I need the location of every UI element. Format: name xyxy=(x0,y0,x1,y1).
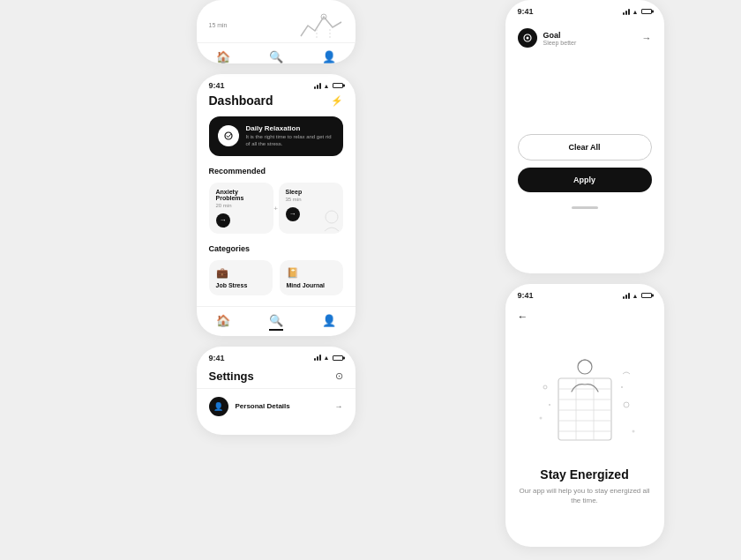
svg-point-4 xyxy=(326,211,338,223)
nav-profile-icon[interactable]: 👤 xyxy=(322,50,336,63)
energized-status-time: 9:41 xyxy=(518,291,534,300)
goal-actions: Clear All Apply xyxy=(505,125,664,201)
goal-arrow-icon: → xyxy=(642,33,652,43)
settings-title: Settings xyxy=(209,370,254,383)
svg-point-17 xyxy=(624,402,629,407)
rec-card-sleep[interactable]: Sleep 35 min → xyxy=(279,183,343,234)
mind-journal-label: Mind Journal xyxy=(287,282,326,288)
energized-illustration xyxy=(505,330,664,462)
status-bar-dashboard: 9:41 ▲ xyxy=(197,74,356,93)
plus-divider: + xyxy=(273,204,278,212)
nav-home-icon[interactable]: 🏠 xyxy=(216,50,230,63)
rec-anxiety-duration: 20 min xyxy=(216,203,266,208)
goal-title-row: Goal Sleep better → xyxy=(518,28,652,48)
rec-anxiety-title: Anxiety Problems xyxy=(216,189,266,201)
goal-header: Goal Sleep better → xyxy=(505,19,664,55)
mind-journal-icon: 📔 xyxy=(287,267,299,279)
personal-details-arrow: → xyxy=(335,402,343,411)
signal-icon xyxy=(314,83,321,89)
goal-text: Goal Sleep better xyxy=(543,31,577,46)
cat-job-stress[interactable]: 💼 Job Stress xyxy=(209,260,273,295)
goal-subtitle: Sleep better xyxy=(543,40,577,46)
job-stress-icon: 💼 xyxy=(216,267,228,279)
phone-goal: 9:41 ▲ xyxy=(505,0,664,273)
clear-all-button[interactable]: Clear All xyxy=(518,134,652,161)
nav-home[interactable]: 🏠 xyxy=(216,314,230,331)
nav-search[interactable]: 🔍 xyxy=(269,314,283,331)
svg-rect-7 xyxy=(558,378,611,440)
dashboard-title-row: Dashboard ⚡ xyxy=(209,93,343,108)
daily-icon xyxy=(218,125,239,146)
goal-status-time: 9:41 xyxy=(518,7,534,16)
apply-button[interactable]: Apply xyxy=(518,168,652,192)
svg-point-20 xyxy=(549,404,550,406)
energized-body: Stay Energized Our app will help you to … xyxy=(505,462,664,516)
bottom-indicator xyxy=(572,206,598,209)
status-bar-goal: 9:41 ▲ xyxy=(505,0,664,19)
categories-row: 💼 Job Stress 📔 Mind Journal xyxy=(209,260,343,295)
energized-wifi-icon: ▲ xyxy=(632,293,639,299)
status-time: 9:41 xyxy=(209,81,225,90)
goal-status-icons: ▲ xyxy=(623,9,652,15)
goal-battery-icon xyxy=(641,9,652,14)
energized-status-icons: ▲ xyxy=(623,293,652,299)
svg-point-18 xyxy=(539,417,542,420)
svg-point-19 xyxy=(632,430,634,433)
svg-point-21 xyxy=(621,386,623,388)
phone-energized: 9:41 ▲ ← xyxy=(505,284,664,547)
partial-time: 15 min xyxy=(209,22,228,28)
settings-wifi-icon: ▲ xyxy=(324,355,330,361)
status-icons: ▲ xyxy=(314,83,343,89)
phone-partial-top: 15 min 🏠 🔍 👤 xyxy=(197,0,356,63)
daily-text: Daily Relaxation It is the right time to… xyxy=(246,124,334,148)
settings-battery-icon xyxy=(333,355,343,361)
battery-icon xyxy=(333,83,343,88)
job-stress-label: Job Stress xyxy=(216,282,248,288)
bottom-nav-dashboard: 🏠 🔍 👤 xyxy=(197,306,356,336)
recommended-label: Recommended xyxy=(209,167,343,175)
status-bar-energized: 9:41 ▲ xyxy=(505,284,664,303)
nav-profile[interactable]: 👤 xyxy=(322,314,336,331)
partial-illustration xyxy=(299,7,343,42)
phone-settings: 9:41 ▲ Settings ⊙ 👤 P xyxy=(197,347,356,435)
settings-header: Settings ⊙ xyxy=(197,366,356,388)
personal-details-row[interactable]: 👤 Personal Details → xyxy=(197,388,356,424)
rec-sleep-btn[interactable]: → xyxy=(286,207,300,221)
daily-relaxation-card[interactable]: Daily Relaxation It is the right time to… xyxy=(209,116,343,156)
goal-circle-icon xyxy=(518,28,537,48)
settings-status-icons: ▲ xyxy=(314,355,343,361)
categories-label: Categories xyxy=(209,244,343,253)
settings-status-time: 9:41 xyxy=(209,354,225,362)
daily-subtitle: It is the right time to relax and get ri… xyxy=(246,134,334,148)
wifi-icon: ▲ xyxy=(324,83,330,89)
status-bar-settings: 9:41 ▲ xyxy=(197,347,356,366)
phone-dashboard: 9:41 ▲ Dashboard ⚡ xyxy=(197,74,356,336)
goal-spacer xyxy=(505,55,664,125)
rec-anxiety-btn[interactable]: → xyxy=(216,213,230,228)
nav-search-icon[interactable]: 🔍 xyxy=(269,50,283,63)
rec-sleep-duration: 35 min xyxy=(286,197,336,202)
energized-subtitle: Our app will help you to stay energized … xyxy=(518,486,652,505)
personal-details-label: Personal Details xyxy=(236,402,328,410)
rec-sleep-title: Sleep xyxy=(286,189,336,195)
dashboard-title: Dashboard xyxy=(209,93,273,108)
svg-point-6 xyxy=(526,37,528,40)
energized-header: ← xyxy=(505,303,664,330)
recommended-cards: Anxiety Problems 20 min → + Sleep 35 min… xyxy=(209,183,343,234)
settings-face-icon[interactable]: ⊙ xyxy=(335,370,343,382)
energized-battery-icon xyxy=(641,293,652,298)
goal-label: Goal xyxy=(543,31,577,40)
energized-signal-icon xyxy=(623,293,630,299)
filter-icon[interactable]: ⚡ xyxy=(331,95,343,107)
avatar-icon: 👤 xyxy=(209,397,228,416)
rec-card-anxiety[interactable]: Anxiety Problems 20 min → xyxy=(209,183,273,234)
svg-point-3 xyxy=(225,132,232,139)
daily-title: Daily Relaxation xyxy=(246,124,334,132)
goal-wifi-icon: ▲ xyxy=(632,9,639,15)
back-arrow-icon[interactable]: ← xyxy=(518,310,528,323)
goal-signal-icon xyxy=(623,9,630,15)
energized-title: Stay Energized xyxy=(518,467,652,482)
cat-mind-journal[interactable]: 📔 Mind Journal xyxy=(280,260,343,295)
svg-point-16 xyxy=(543,385,547,389)
settings-signal-icon xyxy=(314,355,321,361)
